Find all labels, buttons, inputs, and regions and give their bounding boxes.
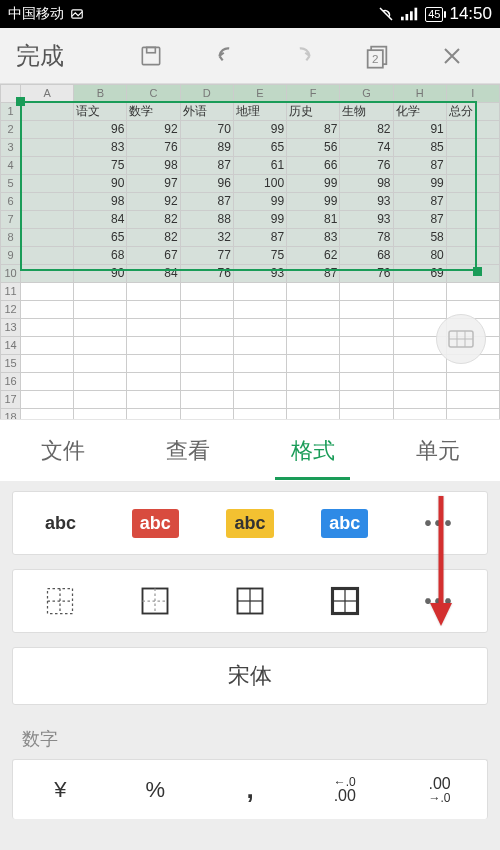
cell[interactable]	[127, 355, 180, 373]
cell[interactable]: 93	[233, 265, 286, 283]
cell[interactable]: 地理	[233, 103, 286, 121]
cell[interactable]	[393, 283, 446, 301]
cell[interactable]	[74, 283, 127, 301]
cell[interactable]: 99	[287, 175, 340, 193]
cell[interactable]	[287, 373, 340, 391]
cell[interactable]: 99	[233, 193, 286, 211]
cell[interactable]	[340, 373, 393, 391]
text-style-blue[interactable]: abc	[297, 509, 392, 538]
redo-button[interactable]	[264, 28, 339, 83]
text-style-more[interactable]: •••	[392, 512, 487, 535]
cell[interactable]	[233, 337, 286, 355]
cell[interactable]	[340, 301, 393, 319]
row-header[interactable]: 17	[1, 391, 21, 409]
cell[interactable]: 87	[233, 229, 286, 247]
cell[interactable]	[74, 337, 127, 355]
cell[interactable]	[21, 283, 74, 301]
increase-decimal-button[interactable]: ←.0 .00	[297, 776, 392, 804]
tab-file[interactable]: 文件	[0, 422, 125, 480]
cell[interactable]	[287, 301, 340, 319]
cell[interactable]	[393, 301, 446, 319]
selection-handle-tl[interactable]	[16, 97, 25, 106]
cell[interactable]: 语文	[74, 103, 127, 121]
text-style-red[interactable]: abc	[108, 509, 203, 538]
cell[interactable]: 78	[340, 229, 393, 247]
cell[interactable]: 82	[340, 121, 393, 139]
cell[interactable]	[127, 301, 180, 319]
cell[interactable]	[74, 409, 127, 420]
cell[interactable]	[180, 391, 233, 409]
tab-cell[interactable]: 单元	[375, 422, 500, 480]
row-header[interactable]: 11	[1, 283, 21, 301]
cell[interactable]: 68	[340, 247, 393, 265]
cell[interactable]: 83	[74, 139, 127, 157]
col-header[interactable]: C	[127, 85, 180, 103]
cell[interactable]	[233, 391, 286, 409]
cell[interactable]: 99	[233, 121, 286, 139]
close-button[interactable]	[415, 28, 490, 83]
spreadsheet[interactable]: ABCDEFGHI1语文数学外语地理历史生物化学总分29692709987829…	[0, 84, 500, 419]
cell[interactable]	[21, 355, 74, 373]
row-header[interactable]: 15	[1, 355, 21, 373]
cell[interactable]	[127, 391, 180, 409]
done-button[interactable]: 完成	[10, 28, 114, 83]
cell[interactable]: 76	[340, 157, 393, 175]
cell[interactable]: 85	[393, 139, 446, 157]
cell[interactable]: 62	[287, 247, 340, 265]
cell[interactable]	[74, 319, 127, 337]
border-all-thick[interactable]	[297, 586, 392, 616]
cell[interactable]: 65	[74, 229, 127, 247]
cell[interactable]: 98	[340, 175, 393, 193]
cell[interactable]	[233, 409, 286, 420]
cell[interactable]	[340, 319, 393, 337]
cell[interactable]: 76	[127, 139, 180, 157]
cell[interactable]: 87	[180, 157, 233, 175]
font-family-button[interactable]: 宋体	[12, 647, 488, 705]
cell[interactable]: 32	[180, 229, 233, 247]
col-header[interactable]: D	[180, 85, 233, 103]
row-header[interactable]: 6	[1, 193, 21, 211]
cell[interactable]	[180, 301, 233, 319]
cell[interactable]: 97	[127, 175, 180, 193]
cell[interactable]	[233, 283, 286, 301]
cell[interactable]	[340, 283, 393, 301]
cell[interactable]	[74, 301, 127, 319]
cell[interactable]	[340, 337, 393, 355]
cell[interactable]: 87	[287, 265, 340, 283]
col-header[interactable]: B	[74, 85, 127, 103]
cell[interactable]: 76	[340, 265, 393, 283]
cell[interactable]: 81	[287, 211, 340, 229]
cell[interactable]: 87	[393, 211, 446, 229]
cell[interactable]	[393, 355, 446, 373]
row-header[interactable]: 7	[1, 211, 21, 229]
cell[interactable]	[180, 355, 233, 373]
cell[interactable]: 56	[287, 139, 340, 157]
selection-handle-br[interactable]	[473, 267, 482, 276]
cell[interactable]	[21, 301, 74, 319]
cell[interactable]: 84	[74, 211, 127, 229]
cell[interactable]: 89	[180, 139, 233, 157]
cell[interactable]	[287, 319, 340, 337]
cell[interactable]	[180, 319, 233, 337]
row-header[interactable]: 4	[1, 157, 21, 175]
row-header[interactable]: 14	[1, 337, 21, 355]
cell[interactable]: 历史	[287, 103, 340, 121]
undo-button[interactable]	[189, 28, 264, 83]
currency-button[interactable]: ¥	[13, 777, 108, 803]
text-style-yellow[interactable]: abc	[203, 509, 298, 538]
cell[interactable]: 98	[127, 157, 180, 175]
cell[interactable]	[340, 355, 393, 373]
decrease-decimal-button[interactable]: .00 →.0	[392, 776, 487, 804]
cell[interactable]	[74, 355, 127, 373]
cell[interactable]	[446, 283, 499, 301]
cell[interactable]	[180, 283, 233, 301]
col-header[interactable]: I	[446, 85, 499, 103]
cell[interactable]: 74	[340, 139, 393, 157]
cell[interactable]	[74, 391, 127, 409]
cell[interactable]	[127, 337, 180, 355]
border-more[interactable]: •••	[392, 590, 487, 613]
cell[interactable]	[74, 373, 127, 391]
cell[interactable]: 68	[74, 247, 127, 265]
cell[interactable]	[287, 283, 340, 301]
cell[interactable]: 88	[180, 211, 233, 229]
